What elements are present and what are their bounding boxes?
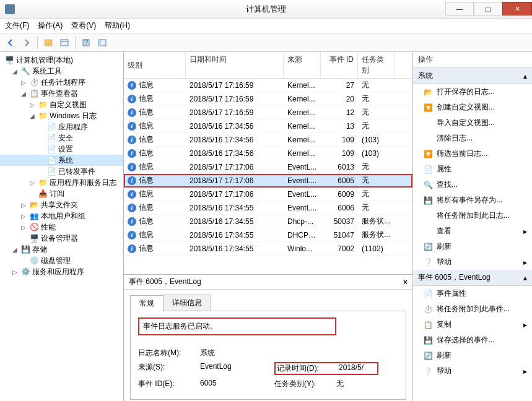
tree-event-viewer[interactable]: ◢📋事件查看器: [0, 88, 123, 99]
info-icon: i: [128, 163, 136, 171]
table-row[interactable]: i信息2018/5/16 17:34:55DHCPv...51047服务状...: [124, 228, 412, 242]
minimize-button[interactable]: —: [445, 2, 474, 15]
tree-task-scheduler[interactable]: ▷⏱️任务计划程序: [0, 77, 123, 88]
cell-source: Kernel...: [284, 149, 321, 158]
action-help-2[interactable]: ❔帮助▸: [413, 363, 532, 379]
tree-custom-views[interactable]: ▷📁自定义视图: [0, 99, 123, 110]
columns-button[interactable]: [58, 36, 71, 50]
cell-source: DHCPv...: [284, 231, 321, 239]
cell-eventid: 7002: [321, 244, 358, 253]
table-row[interactable]: i信息2018/5/17 17:16:59Kernel...12无: [124, 106, 412, 119]
toolbar: ?: [0, 33, 532, 52]
action-event-properties[interactable]: 📄事件属性: [413, 286, 532, 301]
menu-help[interactable]: 帮助(H): [105, 20, 130, 31]
col-category[interactable]: 任务类别: [358, 52, 395, 78]
filter-new-icon: 🔽: [423, 103, 433, 113]
action-copy[interactable]: 📋复制▸: [413, 317, 532, 332]
menu-view[interactable]: 查看(V): [71, 20, 96, 31]
tree-device-manager[interactable]: 🖥️设备管理器: [0, 233, 123, 244]
tree-services-apps[interactable]: ▷⚙️服务和应用程序: [0, 266, 123, 277]
collapse-icon[interactable]: ▴: [523, 274, 527, 282]
forward-button[interactable]: [20, 36, 33, 50]
tree-app-service-logs[interactable]: ▷📁应用程序和服务日志: [0, 177, 123, 188]
help-button[interactable]: ?: [79, 36, 93, 50]
table-row[interactable]: i信息2018/5/17 17:16:59Kernel...20无: [124, 92, 412, 106]
tree-storage[interactable]: ◢💾存储: [0, 244, 123, 255]
maximize-button[interactable]: ▢: [474, 2, 502, 15]
action-help[interactable]: ❔帮助▸: [413, 254, 532, 270]
info-icon: i: [128, 176, 136, 185]
col-level[interactable]: 级别: [124, 52, 186, 78]
action-clear-log[interactable]: 清除日志...: [413, 131, 532, 146]
table-row[interactable]: i信息2018/5/16 17:34:56Kernel...13无: [124, 119, 412, 133]
action-attach-task-log[interactable]: 将任务附加到此日志...: [413, 208, 532, 223]
actions-section-system[interactable]: 系统▴: [413, 68, 532, 84]
action-save-all[interactable]: 💾将所有事件另存为...: [413, 192, 532, 208]
action-save-selected[interactable]: 💾保存选择的事件...: [413, 332, 532, 348]
table-row[interactable]: i信息2018/5/17 17:17:06EventL...6009无: [124, 188, 412, 201]
svg-rect-0: [45, 40, 52, 46]
cell-category: 无: [358, 162, 395, 172]
tree-root[interactable]: 🖥️计算机管理(本地): [0, 54, 123, 66]
help-icon: ❔: [423, 366, 433, 376]
cell-eventid: 50037: [321, 217, 358, 226]
table-row[interactable]: i信息2018/5/17 17:17:06EventL...6013无: [124, 160, 412, 174]
logname-label: 日志名称(M):: [138, 348, 200, 358]
table-row[interactable]: i信息2018/5/17 17:16:59Kernel...27无: [124, 79, 412, 92]
back-button[interactable]: [4, 36, 17, 50]
action-open-saved-log[interactable]: 📂打开保存的日志...: [413, 84, 532, 100]
table-row[interactable]: i信息2018/5/16 17:34:55EventL...6006无: [124, 201, 412, 215]
cell-level: 信息: [139, 230, 154, 240]
tree-system-tools[interactable]: ◢🔧系统工具: [0, 66, 123, 77]
tree-application-log[interactable]: 📄应用程序: [0, 121, 123, 132]
eventid-value: 6005: [200, 379, 274, 389]
tree-setup-log[interactable]: 📄设置: [0, 144, 123, 155]
action-import-custom-view[interactable]: 导入自定义视图...: [413, 115, 532, 131]
close-button[interactable]: ✕: [502, 2, 532, 15]
action-refresh-2[interactable]: 🔄刷新: [413, 348, 532, 363]
action-refresh[interactable]: 🔄刷新: [413, 239, 532, 254]
logged-label: 记录时间(D):: [277, 363, 339, 374]
tree-performance[interactable]: ▷🚫性能: [0, 222, 123, 233]
cell-category: 服务状...: [358, 216, 395, 226]
tree-subscriptions[interactable]: 📥订阅: [0, 188, 123, 199]
col-source[interactable]: 来源: [284, 52, 321, 78]
col-datetime[interactable]: 日期和时间: [186, 52, 284, 78]
tree-local-users[interactable]: ▷👥本地用户和组: [0, 210, 123, 222]
col-eventid[interactable]: 事件 ID: [321, 52, 358, 78]
action-properties[interactable]: 📄属性: [413, 162, 532, 177]
event-list[interactable]: 级别 日期和时间 来源 事件 ID 任务类别 i信息2018/5/17 17:1…: [124, 52, 412, 275]
action-attach-task-event[interactable]: ⏱️将任务附加到此事件...: [413, 301, 532, 317]
table-row[interactable]: i信息2018/5/16 17:34:56Kernel...109(103): [124, 147, 412, 160]
tree-system-log[interactable]: 📄系统: [0, 155, 123, 166]
tab-details[interactable]: 详细信息: [163, 295, 211, 311]
info-icon: i: [128, 108, 136, 117]
cell-level: 信息: [139, 202, 154, 213]
tree-forwarded-events[interactable]: 📄已转发事件: [0, 166, 123, 177]
cell-eventid: 51047: [321, 231, 358, 239]
detail-close-icon[interactable]: ×: [403, 278, 408, 287]
action-view[interactable]: 查看▸: [413, 223, 532, 239]
menu-action[interactable]: 操作(A): [38, 20, 63, 31]
action-find[interactable]: 🔍查找...: [413, 177, 532, 192]
table-row[interactable]: i信息2018/5/16 17:34:55Dhcp-...50037服务状...: [124, 215, 412, 228]
table-row[interactable]: i信息2018/5/16 17:34:56Kernel...109(103): [124, 133, 412, 147]
show-hide-tree-button[interactable]: [41, 36, 55, 50]
collapse-icon[interactable]: ▴: [523, 72, 527, 80]
table-row[interactable]: i信息2018/5/17 17:17:06EventL...6005无: [124, 174, 412, 188]
tree-shared-folders[interactable]: ▷📂共享文件夹: [0, 199, 123, 210]
actions-section-event[interactable]: 事件 6005，EventLog▴: [413, 270, 532, 286]
tree-disk-management[interactable]: 💿磁盘管理: [0, 255, 123, 266]
menu-file[interactable]: 文件(F): [5, 20, 29, 31]
action-filter-log[interactable]: 🔽筛选当前日志...: [413, 146, 532, 162]
copy-icon: 📋: [423, 320, 433, 330]
action-create-custom-view[interactable]: 🔽创建自定义视图...: [413, 100, 532, 115]
tree-windows-logs[interactable]: ◢📁Windows 日志: [0, 110, 123, 121]
tree-security-log[interactable]: 📄安全: [0, 132, 123, 144]
table-row[interactable]: i信息2018/5/16 17:34:55Winlo...7002(1102): [124, 242, 412, 256]
cell-source: EventL...: [284, 190, 321, 199]
tab-general[interactable]: 常规: [130, 295, 164, 311]
cell-level: 信息: [139, 107, 154, 118]
view-button[interactable]: [95, 36, 109, 50]
navigation-tree[interactable]: 🖥️计算机管理(本地) ◢🔧系统工具 ▷⏱️任务计划程序 ◢📋事件查看器 ▷📁自…: [0, 52, 124, 401]
